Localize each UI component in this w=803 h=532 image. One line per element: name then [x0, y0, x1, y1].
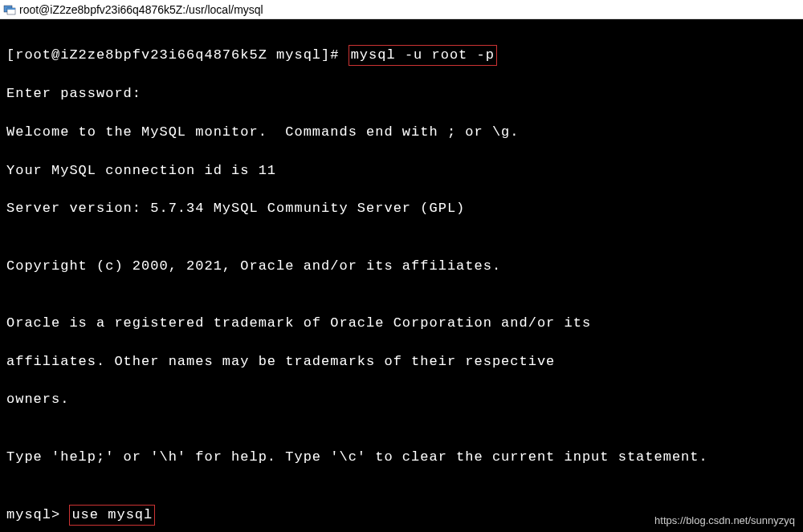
- window-title-bar: root@iZ2ze8bpfv23i66q4876k5Z:/usr/local/…: [0, 0, 803, 19]
- app-icon: [3, 3, 16, 16]
- highlighted-command-2: use mysql: [69, 505, 155, 526]
- terminal-line: owners.: [6, 390, 797, 409]
- terminal-line: Welcome to the MySQL monitor. Commands e…: [6, 123, 797, 142]
- svg-rect-2: [7, 8, 15, 10]
- terminal-line: Copyright (c) 2000, 2021, Oracle and/or …: [6, 257, 797, 276]
- terminal-line: Oracle is a registered trademark of Orac…: [6, 314, 797, 333]
- terminal-line: Your MySQL connection id is 11: [6, 161, 797, 181]
- terminal-line: [root@iZ2ze8bpfv23i66q4876k5Z mysql]# my…: [6, 45, 797, 66]
- terminal-line: Server version: 5.7.34 MySQL Community S…: [6, 199, 797, 218]
- watermark: https://blog.csdn.net/sunnyzyq: [654, 514, 795, 528]
- window-title: root@iZ2ze8bpfv23i66q4876k5Z:/usr/local/…: [19, 3, 263, 16]
- terminal-line: affiliates. Other names may be trademark…: [6, 352, 797, 372]
- terminal-line: Enter password:: [6, 84, 797, 104]
- terminal-area[interactable]: [root@iZ2ze8bpfv23i66q4876k5Z mysql]# my…: [0, 19, 803, 532]
- terminal-line: Type 'help;' or '\h' for help. Type '\c'…: [6, 448, 797, 467]
- highlighted-command-1: mysql -u root -p: [349, 45, 497, 66]
